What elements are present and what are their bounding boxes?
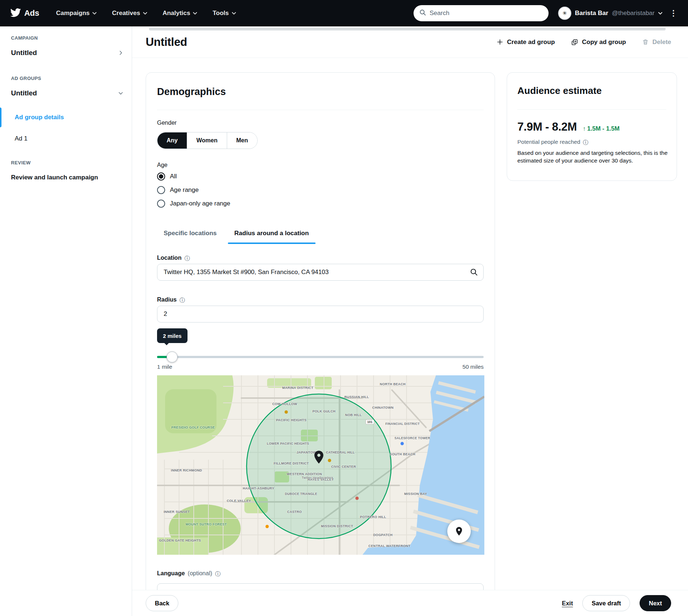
radius-label: Radius	[157, 296, 176, 303]
search-bar[interactable]	[414, 5, 549, 21]
segment-label: Any	[167, 137, 178, 144]
ad-group-name: Untitled	[11, 89, 37, 97]
map-district-label: POTRERO HILL	[360, 515, 386, 519]
copy-ad-group-button[interactable]: Copy ad group	[571, 39, 626, 46]
map-district-label: 101	[365, 419, 374, 424]
radius-input[interactable]	[157, 306, 484, 322]
info-icon[interactable]: ⓘ	[185, 255, 190, 261]
brand-name: Ads	[24, 8, 39, 18]
info-icon[interactable]: ⓘ	[583, 139, 589, 145]
slider-range-labels: 1 mile 50 miles	[157, 364, 484, 370]
overflow-menu-icon[interactable]: ⋮	[670, 9, 678, 18]
map-district-label: CIVIC CENTER	[331, 465, 356, 469]
map-district-label: DUBOCE TRIANGLE	[285, 492, 317, 496]
radio-icon	[157, 200, 165, 208]
nav-item-label: Analytics	[163, 10, 190, 17]
info-icon[interactable]: ⓘ	[179, 297, 185, 303]
map-district-label: INNER SUNSET	[164, 510, 190, 514]
gender-option-men[interactable]: Men	[227, 132, 257, 149]
top-nav: Ads Campaigns Creatives Analytics Tools …	[0, 0, 688, 26]
next-button[interactable]: Next	[640, 595, 671, 611]
save-draft-button[interactable]: Save draft	[582, 595, 630, 611]
language-input[interactable]	[157, 583, 484, 590]
map-district-label: CATHEDRAL HILL	[326, 451, 354, 454]
map-district-label: MISSION DISTRICT	[321, 524, 353, 528]
exit-link[interactable]: Exit	[562, 600, 573, 607]
chevron-down-icon	[232, 12, 236, 15]
audience-caption: Potential people reached	[517, 139, 580, 145]
sidebar-item-campaign-untitled[interactable]: Untitled	[11, 45, 124, 61]
tab-specific-locations[interactable]: Specific locations	[157, 225, 223, 244]
slider-track[interactable]	[157, 356, 484, 358]
age-label: Age	[157, 162, 167, 168]
chevron-right-icon	[118, 50, 124, 56]
map-district-label: SALESFORCE TOWER	[394, 436, 430, 440]
copy-ad-group-label: Copy ad group	[582, 39, 626, 46]
map-district-label: GOLDEN GATE HEIGHTS	[159, 539, 201, 542]
gender-option-any[interactable]: Any	[157, 132, 187, 149]
main-area: Untitled Create ad group Copy ad group D…	[132, 26, 688, 616]
search-icon[interactable]	[470, 268, 478, 277]
trash-icon	[642, 39, 649, 45]
create-ad-group-button[interactable]: Create ad group	[496, 39, 555, 46]
map-pin-icon	[311, 449, 327, 466]
radius-map[interactable]: MARINA DISTRICTNORTH BEACHRUSSIAN HILLCO…	[157, 375, 484, 555]
tab-radius-around-location[interactable]: Radius around a location	[228, 225, 316, 244]
map-district-label: SOUTH BEACH	[390, 452, 415, 456]
radio-label: Age range	[170, 186, 199, 194]
sidebar-item-ad-1[interactable]: Ad 1	[0, 131, 132, 147]
horizontal-scrollbar[interactable]	[149, 28, 666, 30]
sidebar-item-adgroup-untitled[interactable]: Untitled	[11, 85, 124, 101]
brand[interactable]: Ads	[10, 7, 39, 19]
sidebar-item-ad-group-details[interactable]: Ad group details	[0, 107, 132, 127]
info-icon[interactable]: ⓘ	[215, 571, 221, 576]
nav-item-label: Creatives	[112, 10, 140, 17]
map-district-label: POLK GULCH	[312, 409, 335, 413]
map-district-label: WESTERN ADDITION	[287, 472, 322, 476]
nav-item-creatives[interactable]: Creatives	[112, 10, 147, 17]
age-option-japan-range[interactable]: Japan-only age range	[157, 200, 230, 208]
sidebar: CAMPAIGN Untitled AD GROUPS Untitled Ad …	[0, 26, 132, 616]
map-district-label: CHINATOWN	[372, 406, 393, 409]
sidebar-item-review-launch[interactable]: Review and launch campaign	[11, 174, 98, 181]
gender-option-women[interactable]: Women	[187, 132, 226, 149]
slider-thumb[interactable]	[167, 351, 178, 362]
page-header: Untitled Create ad group Copy ad group D…	[132, 26, 688, 58]
nav-item-campaigns[interactable]: Campaigns	[56, 10, 97, 17]
location-tabs: Specific locations Radius around a locat…	[157, 225, 316, 244]
audience-caption-row: Potential people reached ⓘ	[517, 139, 589, 145]
location-input[interactable]	[157, 264, 484, 281]
age-option-age-range[interactable]: Age range	[157, 186, 199, 194]
gender-segmented-control: Any Women Men	[157, 132, 258, 149]
copy-icon	[571, 39, 578, 46]
delete-button[interactable]: Delete	[642, 39, 671, 46]
nav-item-analytics[interactable]: Analytics	[163, 10, 197, 17]
map-district-label: PACIFIC HEIGHTS	[276, 418, 306, 422]
increase-arrow-icon: ↑	[583, 125, 586, 132]
segment-label: Women	[196, 137, 217, 144]
audience-description: Based on your audience and targeting sel…	[517, 149, 669, 165]
search-input[interactable]	[430, 10, 543, 17]
map-locate-button[interactable]	[447, 520, 471, 543]
chevron-down-icon	[92, 12, 97, 15]
radius-label-row: Radius ⓘ	[157, 296, 185, 303]
radio-label: All	[170, 173, 177, 180]
map-district-label: RUSSIAN HILL	[345, 395, 369, 399]
account-menu[interactable]: ✳ Barista Bar @thebaristabar	[558, 7, 662, 20]
avatar: ✳	[558, 7, 571, 20]
nav-item-label: Tools	[212, 10, 229, 17]
age-option-all[interactable]: All	[157, 172, 177, 181]
nav-item-tools[interactable]: Tools	[212, 10, 236, 17]
sidebar-section-campaign: CAMPAIGN	[11, 35, 38, 41]
back-button[interactable]: Back	[146, 595, 178, 611]
twitter-bird-icon	[10, 7, 21, 19]
chevron-down-icon	[658, 12, 662, 15]
language-label-row: Language (optional) ⓘ	[157, 570, 221, 577]
demographics-card: Demographics Gender Any Women Men Age Al…	[146, 72, 495, 590]
map-district-label: INNER RICHMOND	[171, 469, 202, 472]
audience-range: 7.9M - 8.2M	[517, 120, 577, 134]
radius-slider	[157, 351, 484, 362]
nav-item-label: Campaigns	[56, 10, 90, 17]
create-ad-group-label: Create ad group	[507, 39, 555, 46]
language-optional-note: (optional)	[188, 570, 212, 577]
